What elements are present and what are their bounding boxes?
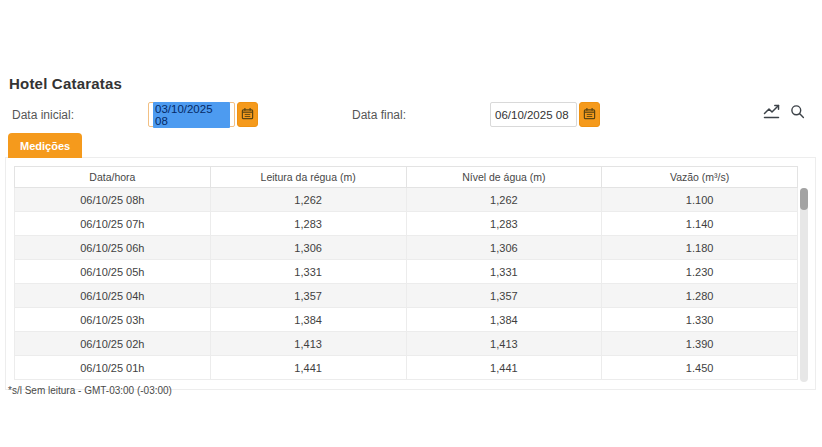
table-row: 06/10/25 02h1,4131,4131.390 bbox=[15, 332, 798, 356]
vazao-cell: 1.280 bbox=[602, 284, 798, 308]
regua-cell: 1,283 bbox=[210, 212, 406, 236]
nivel-cell: 1,357 bbox=[406, 284, 602, 308]
nivel-cell: 1,441 bbox=[406, 356, 602, 380]
column-header: Vazão (m³/s) bbox=[602, 167, 798, 188]
datetime-cell: 06/10/25 06h bbox=[15, 236, 211, 260]
datetime-cell: 06/10/25 08h bbox=[15, 188, 211, 212]
vazao-cell: 1.330 bbox=[602, 308, 798, 332]
table-scrollbar-track[interactable] bbox=[800, 188, 808, 382]
column-header: Data/hora bbox=[15, 167, 211, 188]
column-header: Nível de água (m) bbox=[406, 167, 602, 188]
start-date-group: 03/10/2025 08 bbox=[148, 102, 258, 127]
table-row: 06/10/25 04h1,3571,3571.280 bbox=[15, 284, 798, 308]
nivel-cell: 1,331 bbox=[406, 260, 602, 284]
start-calendar-button[interactable] bbox=[237, 102, 258, 127]
regua-cell: 1,441 bbox=[210, 356, 406, 380]
datetime-cell: 06/10/25 04h bbox=[15, 284, 211, 308]
start-date-value: 03/10/2025 08 bbox=[153, 102, 230, 128]
nivel-cell: 1,413 bbox=[406, 332, 602, 356]
toolbar bbox=[763, 104, 805, 123]
vazao-cell: 1.450 bbox=[602, 356, 798, 380]
footnote: *s/l Sem leitura - GMT-03:00 (-03:00) bbox=[8, 385, 172, 396]
regua-cell: 1,331 bbox=[210, 260, 406, 284]
end-date-group: 06/10/2025 08 bbox=[490, 102, 600, 127]
calendar-icon bbox=[583, 107, 596, 123]
table-row: 06/10/25 05h1,3311,3311.230 bbox=[15, 260, 798, 284]
table-scrollbar-thumb[interactable] bbox=[800, 188, 808, 210]
page-title: Hotel Cataratas bbox=[9, 75, 122, 92]
tab-medicoes[interactable]: Medições bbox=[8, 133, 82, 158]
end-date-value: 06/10/2025 08 bbox=[495, 109, 569, 121]
search-icon[interactable] bbox=[790, 104, 805, 123]
vazao-cell: 1.100 bbox=[602, 188, 798, 212]
table-row: 06/10/25 03h1,3841,3841.330 bbox=[15, 308, 798, 332]
vazao-cell: 1.230 bbox=[602, 260, 798, 284]
vazao-cell: 1.180 bbox=[602, 236, 798, 260]
table-row: 06/10/25 07h1,2831,2831.140 bbox=[15, 212, 798, 236]
table-body: 06/10/25 08h1,2621,2621.10006/10/25 07h1… bbox=[15, 188, 798, 380]
regua-cell: 1,384 bbox=[210, 308, 406, 332]
regua-cell: 1,357 bbox=[210, 284, 406, 308]
datetime-cell: 06/10/25 02h bbox=[15, 332, 211, 356]
start-date-input[interactable]: 03/10/2025 08 bbox=[148, 102, 235, 127]
nivel-cell: 1,384 bbox=[406, 308, 602, 332]
nivel-cell: 1,262 bbox=[406, 188, 602, 212]
datetime-cell: 06/10/25 05h bbox=[15, 260, 211, 284]
table-row: 06/10/25 08h1,2621,2621.100 bbox=[15, 188, 798, 212]
calendar-icon bbox=[241, 107, 254, 123]
column-header: Leitura da régua (m) bbox=[210, 167, 406, 188]
measurements-table: Data/horaLeitura da régua (m)Nível de ág… bbox=[14, 166, 798, 380]
nivel-cell: 1,306 bbox=[406, 236, 602, 260]
chart-line-icon[interactable] bbox=[763, 104, 781, 123]
regua-cell: 1,413 bbox=[210, 332, 406, 356]
end-calendar-button[interactable] bbox=[579, 102, 600, 127]
end-date-input[interactable]: 06/10/2025 08 bbox=[490, 102, 577, 127]
table-row: 06/10/25 01h1,4411,4411.450 bbox=[15, 356, 798, 380]
vazao-cell: 1.390 bbox=[602, 332, 798, 356]
end-date-label: Data final: bbox=[352, 108, 406, 122]
table-header-row: Data/horaLeitura da régua (m)Nível de ág… bbox=[15, 167, 798, 188]
datetime-cell: 06/10/25 03h bbox=[15, 308, 211, 332]
datetime-cell: 06/10/25 07h bbox=[15, 212, 211, 236]
table-row: 06/10/25 06h1,3061,3061.180 bbox=[15, 236, 798, 260]
regua-cell: 1,262 bbox=[210, 188, 406, 212]
datetime-cell: 06/10/25 01h bbox=[15, 356, 211, 380]
vazao-cell: 1.140 bbox=[602, 212, 798, 236]
regua-cell: 1,306 bbox=[210, 236, 406, 260]
nivel-cell: 1,283 bbox=[406, 212, 602, 236]
start-date-label: Data inicial: bbox=[12, 108, 74, 122]
